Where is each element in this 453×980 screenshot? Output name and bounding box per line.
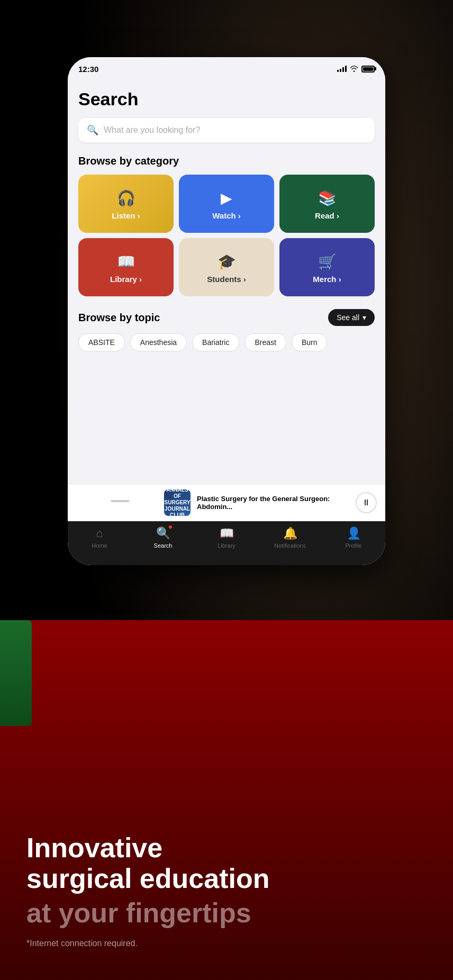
drag-handle <box>111 500 130 502</box>
category-watch[interactable]: ▶ Watch › <box>179 175 274 233</box>
search-notification-dot <box>169 525 172 529</box>
category-read[interactable]: 📚 Read › <box>279 175 375 233</box>
search-bar[interactable]: 🔍 What are you looking for? <box>78 118 375 142</box>
students-label: Students › <box>207 275 246 284</box>
status-time: 12:30 <box>78 65 98 74</box>
nav-home-label: Home <box>92 542 107 549</box>
topic-chips: ABSITE Anesthesia Bariatric Breast Burn <box>78 333 375 351</box>
nav-profile-label: Profile <box>345 542 361 549</box>
nav-notifications-label: Notifications <box>274 542 306 549</box>
nav-library-label: Library <box>218 542 235 549</box>
nav-item-library[interactable]: 📖 Library <box>211 527 242 549</box>
topic-chip-anesthesia[interactable]: Anesthesia <box>130 333 187 351</box>
students-icon: 🎓 <box>218 253 236 270</box>
profile-icon: 👤 <box>347 527 361 540</box>
topic-section: Browse by topic See all ▾ ABSITE Anesthe… <box>78 309 375 351</box>
mini-player-text: Plastic Surgery for the General Surgeon:… <box>197 495 356 511</box>
topic-section-title: Browse by topic <box>78 312 160 324</box>
bottom-nav: ⌂ Home 🔍 Search 📖 Library 🔔 Notification… <box>68 521 385 565</box>
category-merch[interactable]: 🛒 Merch › <box>279 238 375 296</box>
category-section-header: Browse by category <box>78 155 375 167</box>
search-icon: 🔍 <box>156 527 170 540</box>
topic-chip-burn[interactable]: Burn <box>292 333 328 351</box>
topic-chip-bariatric[interactable]: Bariatric <box>192 333 239 351</box>
nav-item-search[interactable]: 🔍 Search <box>147 527 179 549</box>
search-bar-icon: 🔍 <box>87 124 98 136</box>
mini-player-title: Plastic Surgery for the General Surgeon:… <box>197 495 356 511</box>
pause-button[interactable]: ⏸ <box>356 492 377 513</box>
home-icon: ⌂ <box>96 527 103 540</box>
mini-player-left: ANNALS OF SURGERY JOURNAL CLUB Plastic S… <box>164 489 356 516</box>
topic-chip-breast[interactable]: Breast <box>244 333 286 351</box>
search-input-placeholder: What are you looking for? <box>104 125 200 135</box>
merch-label: Merch › <box>313 275 341 284</box>
watch-label: Watch › <box>212 211 241 220</box>
see-all-button[interactable]: See all ▾ <box>328 309 375 326</box>
library-label: Library › <box>110 275 142 284</box>
book-image <box>0 620 32 726</box>
tagline-sub: at your fingertips <box>26 898 427 928</box>
notifications-icon: 🔔 <box>283 527 297 540</box>
wifi-icon <box>350 66 358 72</box>
listen-icon: 🎧 <box>117 189 135 207</box>
watch-icon: ▶ <box>221 189 232 207</box>
phone-content: Search 🔍 What are you looking for? Brows… <box>68 80 385 521</box>
merch-icon: 🛒 <box>318 253 337 270</box>
nav-item-home[interactable]: ⌂ Home <box>84 527 115 549</box>
tagline-main: Innovative surgical education <box>26 833 427 893</box>
bottom-marketing-section: Innovative surgical education at your fi… <box>0 620 453 980</box>
category-listen[interactable]: 🎧 Listen › <box>78 175 174 233</box>
library-nav-icon: 📖 <box>220 527 234 540</box>
chevron-down-icon: ▾ <box>363 313 366 322</box>
mini-player[interactable]: ANNALS OF SURGERY JOURNAL CLUB Plastic S… <box>68 484 385 521</box>
topic-header: Browse by topic See all ▾ <box>78 309 375 326</box>
nav-item-profile[interactable]: 👤 Profile <box>338 527 369 549</box>
status-icons <box>337 66 375 72</box>
category-library[interactable]: 📖 Library › <box>78 238 174 296</box>
library-icon: 📖 <box>117 253 135 270</box>
signal-icon <box>337 66 347 72</box>
nav-search-label: Search <box>154 542 173 549</box>
battery-icon <box>361 66 375 72</box>
phone-frame: 12:30 Search 🔍 What are you look <box>68 57 385 565</box>
page-title: Search <box>78 89 375 110</box>
read-icon: 📚 <box>318 189 337 207</box>
mini-player-thumbnail: ANNALS OF SURGERY JOURNAL CLUB <box>164 489 191 516</box>
listen-label: Listen › <box>112 211 140 220</box>
category-grid: 🎧 Listen › ▶ Watch › 📚 Read › 📖 Library … <box>78 175 375 296</box>
status-bar: 12:30 <box>68 57 385 80</box>
topic-chip-absite[interactable]: ABSITE <box>78 333 125 351</box>
read-label: Read › <box>315 211 339 220</box>
nav-item-notifications[interactable]: 🔔 Notifications <box>274 527 306 549</box>
see-all-label: See all <box>337 313 359 322</box>
category-students[interactable]: 🎓 Students › <box>179 238 274 296</box>
tagline-note: *Internet connection required. <box>26 939 427 948</box>
